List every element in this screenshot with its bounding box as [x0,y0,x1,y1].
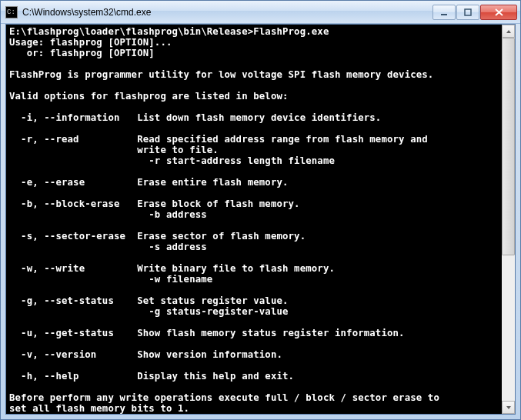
cmd-icon: C: [5,6,18,18]
scroll-thumb[interactable] [502,38,515,255]
line: -r, --read Read specified address range … [9,134,428,145]
line: -i, --information List down flash memory… [9,112,381,123]
line: -w filename [9,274,212,285]
line: -s, --sector-erase Erase sector of flash… [9,231,306,242]
scroll-track[interactable] [502,38,515,401]
window-controls [432,5,517,20]
line: Valid options for flashprog are listed i… [9,91,289,102]
line: -e, --erase Erase entire flash memory. [9,177,289,188]
scroll-down-button[interactable] [502,401,515,414]
line: -r start-address length filename [9,155,335,166]
maximize-icon [464,8,472,16]
client-area: E:\flashprog\loader\flashprog\bin\Releas… [5,24,516,415]
line: -u, --get-status Show flash memory statu… [9,328,405,338]
line: write to file. [9,145,219,155]
line: -b, --block-erase Erase block of flash m… [9,198,300,209]
scroll-up-button[interactable] [502,25,515,38]
line: -g, --set-status Set status register val… [9,295,289,306]
line: -h, --help Display this help and exit. [9,371,294,382]
line: -s address [9,242,207,252]
terminal-output[interactable]: E:\flashprog\loader\flashprog\bin\Releas… [6,25,502,414]
svg-rect-0 [441,14,447,15]
line: FlashProg is programmer utility for low … [9,69,433,80]
cmd-window: C: C:\Windows\system32\cmd.exe E:\flashp… [0,0,521,420]
line: set all flash memory bits to 1. [9,403,189,414]
chevron-down-icon [506,405,512,410]
minimize-button[interactable] [432,5,456,20]
line: or: flashprog [OPTION] [9,48,155,58]
line: -w, --write Write binary file to flash m… [9,263,335,274]
close-icon [495,8,503,16]
svg-rect-1 [465,9,471,15]
line: Usage: flashprog [OPTION]... [9,37,172,48]
titlebar[interactable]: C: C:\Windows\system32\cmd.exe [1,1,520,24]
line: Before perform any write operations exec… [9,392,439,403]
maximize-button[interactable] [456,5,479,20]
line: -g status-register-value [9,306,289,317]
line: E:\flashprog\loader\flashprog\bin\Releas… [9,26,329,37]
vertical-scrollbar[interactable] [502,25,515,414]
line: -v, --version Show version information. [9,349,282,360]
minimize-icon [440,8,448,16]
chevron-up-icon [506,29,512,34]
window-title: C:\Windows\system32\cmd.exe [22,7,432,18]
close-button[interactable] [480,5,517,20]
line: -b address [9,209,207,220]
